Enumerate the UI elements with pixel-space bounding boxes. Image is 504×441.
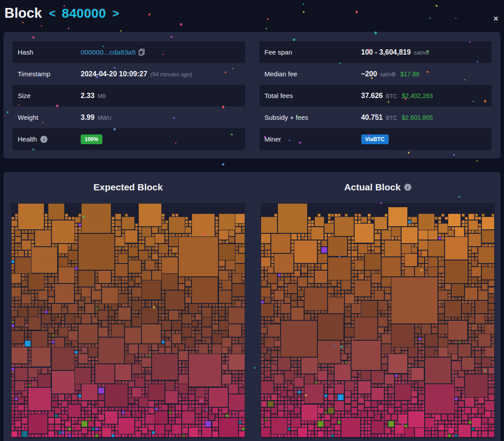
row-label: Median fee <box>265 70 297 78</box>
row-label: Weight <box>18 114 38 121</box>
row-value: 37.626 <box>361 92 383 100</box>
miner-badge[interactable]: ViaBTC <box>361 134 389 144</box>
left-row-health: Healthi100% <box>12 128 245 150</box>
health-badge: 100% <box>81 134 102 144</box>
block-header: Block < 840000 > × <box>0 0 504 32</box>
row-usd-value: $17.88 <box>400 71 419 78</box>
row-value: 100 - 3,604,819 <box>361 48 411 56</box>
row-value: 2.33 <box>81 92 94 100</box>
row-label: Subsidy + fees <box>265 114 309 121</box>
right-row-median-fee: Median fee~200sat/vB$17.88 <box>259 63 492 85</box>
block-details-table-left: Hash000000...cda83a5Timestamp2024-04-20 … <box>12 41 245 150</box>
actual-block-title: Actual Block i <box>261 182 495 193</box>
row-unit: MWU <box>98 115 111 121</box>
block-details-panel: Hash000000...cda83a5Timestamp2024-04-20 … <box>4 32 500 158</box>
copy-icon[interactable] <box>139 49 145 55</box>
close-icon[interactable]: × <box>493 15 498 23</box>
row-label: Miner <box>265 135 281 143</box>
left-row-timestamp: Timestamp2024-04-20 10:09:27(54 minutes … <box>12 63 245 85</box>
row-label: Fee span <box>265 48 293 56</box>
left-row-size: Size2.33MB <box>12 85 245 106</box>
row-value: ~200 <box>361 70 377 78</box>
block-height: 840000 <box>62 6 106 21</box>
confetti-dot <box>222 163 224 165</box>
row-unit: sat/vB <box>380 71 396 78</box>
row-label: Hash <box>18 48 33 56</box>
row-value: 40.751 <box>361 114 383 122</box>
left-row-weight: Weight3.99MWU <box>12 106 245 128</box>
block-details-table-right: Fee span100 - 3,604,819sat/vBMedian fee~… <box>259 41 492 150</box>
info-icon[interactable]: i <box>404 184 411 191</box>
expected-block-visualization[interactable] <box>11 203 245 438</box>
row-unit: sat/vB <box>414 50 430 56</box>
left-row-hash: Hash000000...cda83a5 <box>12 41 245 63</box>
row-value: 3.99 <box>81 114 94 122</box>
row-label: Timestamp <box>18 70 51 78</box>
block-navigation: < 840000 > <box>48 6 120 21</box>
right-row-subsidy-fees: Subsidy + fees40.751BTC$2,601,805 <box>259 106 492 128</box>
right-row-miner: MinerViaBTC <box>259 128 492 150</box>
right-row-fee-span: Fee span100 - 3,604,819sat/vB <box>259 41 492 63</box>
row-usd-value: $2,601,805 <box>402 114 433 121</box>
previous-block-chevron-icon[interactable]: < <box>48 8 56 19</box>
row-unit: BTC <box>386 115 397 121</box>
row-label: Size <box>18 92 31 99</box>
row-label: Total fees <box>265 92 293 99</box>
actual-block-title-text: Actual Block <box>344 182 400 193</box>
expected-block-title-text: Expected Block <box>94 182 163 193</box>
info-icon[interactable]: i <box>40 136 47 143</box>
confetti-dot <box>477 160 478 162</box>
expected-block-title: Expected Block <box>11 182 245 193</box>
row-unit: MB <box>98 93 106 99</box>
hash-link[interactable]: 000000...cda83a5 <box>81 48 136 56</box>
right-row-total-fees: Total fees37.626BTC$2,402,283 <box>259 85 492 106</box>
block-visualization-panel: Expected Block Actual Block i <box>4 172 500 441</box>
row-relative-time: (54 minutes ago) <box>150 71 192 78</box>
row-usd-value: $2,402,283 <box>402 92 433 99</box>
next-block-chevron-icon[interactable]: > <box>111 8 120 19</box>
row-unit: BTC <box>386 93 397 99</box>
row-label: Health <box>18 135 37 143</box>
row-value: 2024-04-20 10:09:27 <box>81 70 147 78</box>
page-title: Block <box>4 5 42 21</box>
actual-block-visualization[interactable] <box>261 203 495 438</box>
